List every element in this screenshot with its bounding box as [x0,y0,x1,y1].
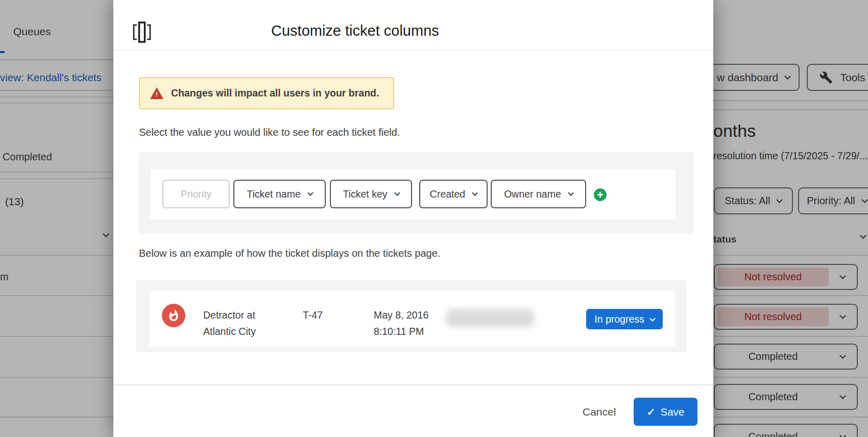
warning-banner: ! Changes will impact all users in your … [139,77,394,109]
example-instruction: Below is an example of how the ticket di… [139,248,440,259]
screen: Queues view: Kendall's tickets t Complet… [0,0,868,437]
chevron-down-icon [568,190,573,196]
priority-flame-icon [162,304,185,327]
column-dropdown-label: Created [430,188,465,200]
cancel-button[interactable]: Cancel [583,406,616,418]
save-label: Save [661,406,685,418]
ticket-name-line1: Detractor at [203,307,256,323]
chevron-down-icon [307,190,313,196]
column-dropdown-priority: Priority [162,180,230,208]
ticket-status-dropdown[interactable]: In progress [586,309,663,329]
column-dropdown-label: Ticket name [247,188,300,200]
columns-icon [132,21,151,43]
ticket-created-cell: May 8, 2016 8:10:11 PM [374,307,428,339]
warning-text: Changes will impact all users in your br… [171,87,379,99]
chevron-down-icon [394,190,400,196]
add-column-button[interactable]: + [594,188,607,201]
ticket-created-time: 8:10:11 PM [374,323,428,339]
column-dropdown-owner-name[interactable]: Owner name [491,180,586,208]
chevron-down-icon [649,315,655,321]
ticket-created-date: May 8, 2016 [374,307,428,323]
header-divider [113,50,713,51]
column-dropdown-label: Owner name [504,188,561,200]
ticket-status-label: In progress [594,313,644,325]
column-dropdown-label: Priority [181,188,212,200]
dialog-title: Customize ticket columns [271,22,439,39]
check-icon: ✓ [647,406,656,418]
column-dropdown-label: Ticket key [343,188,387,200]
ticket-name-line2: Atlantic City [203,323,256,339]
select-instruction: Select the value you would like to see f… [139,127,400,138]
column-dropdown-ticket-name[interactable]: Ticket name [233,180,326,208]
save-button[interactable]: ✓ Save [634,398,697,426]
ticket-name-cell: Detractor at Atlantic City [203,307,256,339]
column-dropdown-created[interactable]: Created [419,180,488,208]
column-dropdown-ticket-key[interactable]: Ticket key [330,180,412,208]
chevron-down-icon [472,190,478,196]
ticket-key-cell: T-47 [303,307,323,323]
owner-name-redacted [446,309,534,327]
warning-icon: ! [150,87,163,99]
customize-ticket-columns-dialog: Customize ticket columns ! Changes will … [113,0,713,437]
footer-divider [113,384,713,385]
